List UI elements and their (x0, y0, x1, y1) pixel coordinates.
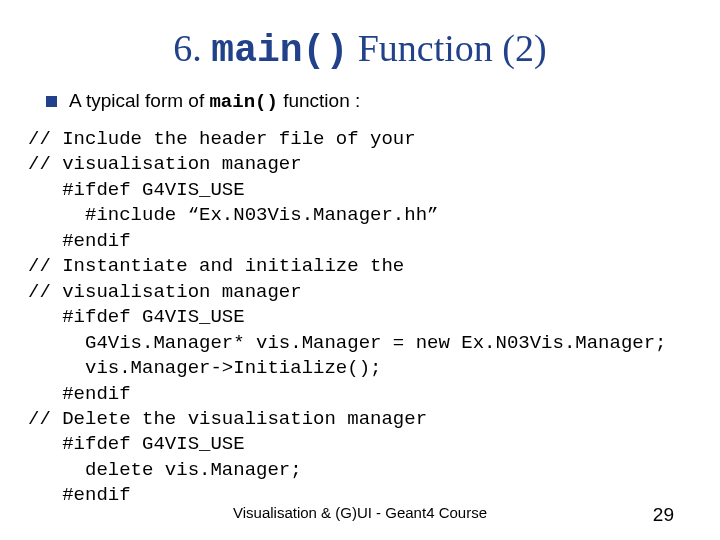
bullet-text: A typical form of main() function : (69, 90, 360, 113)
title-suffix: Function (2) (348, 27, 546, 69)
slide: 6. main() Function (2) A typical form of… (0, 0, 720, 540)
bullet-pre: A typical form of (69, 90, 209, 111)
bullet-mono: main() (209, 91, 277, 113)
bullet-post: function : (278, 90, 360, 111)
title-prefix: 6. (173, 27, 211, 69)
title-mono: main() (211, 29, 348, 72)
slide-footer: Visualisation & (G)UI - Geant4 Course 29 (46, 504, 674, 526)
code-block: // Include the header file of your // vi… (28, 127, 680, 509)
slide-title: 6. main() Function (2) (40, 26, 680, 72)
footer-caption: Visualisation & (G)UI - Geant4 Course (46, 504, 674, 521)
page-number: 29 (653, 504, 674, 526)
bullet-item: A typical form of main() function : (46, 90, 680, 113)
square-bullet-icon (46, 96, 57, 107)
